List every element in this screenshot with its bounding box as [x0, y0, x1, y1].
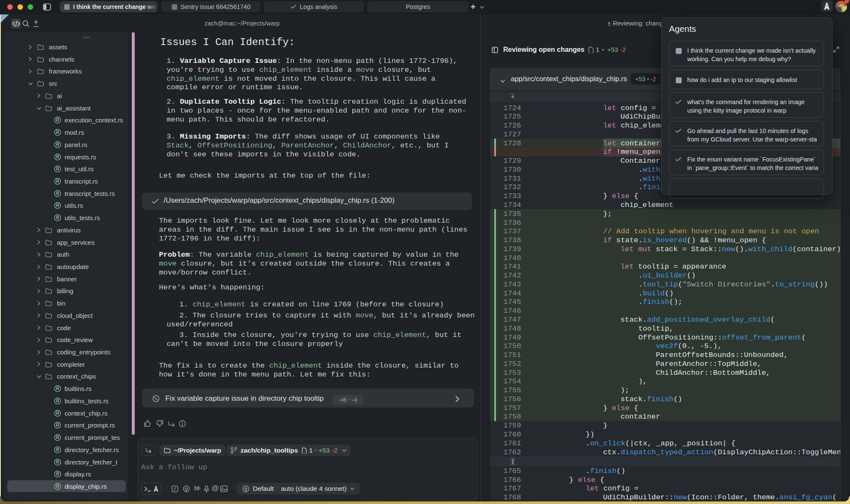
- svg-text:R: R: [56, 435, 60, 440]
- svg-text:R: R: [56, 399, 60, 403]
- svg-text:R: R: [56, 411, 60, 416]
- svg-text:R: R: [56, 130, 60, 135]
- svg-text:R: R: [56, 460, 60, 464]
- svg-text:R: R: [56, 179, 60, 184]
- svg-text:R: R: [56, 386, 60, 391]
- svg-text:R: R: [56, 142, 60, 147]
- svg-text:R: R: [56, 167, 60, 171]
- svg-text:R: R: [56, 423, 60, 428]
- svg-text:R: R: [56, 191, 60, 196]
- svg-text:R: R: [56, 155, 60, 159]
- svg-text:R: R: [56, 118, 60, 122]
- svg-text:R: R: [56, 472, 60, 476]
- svg-text:R: R: [56, 447, 60, 452]
- svg-text:R: R: [56, 204, 60, 208]
- svg-text:R: R: [56, 215, 60, 220]
- svg-text:R: R: [56, 484, 60, 489]
